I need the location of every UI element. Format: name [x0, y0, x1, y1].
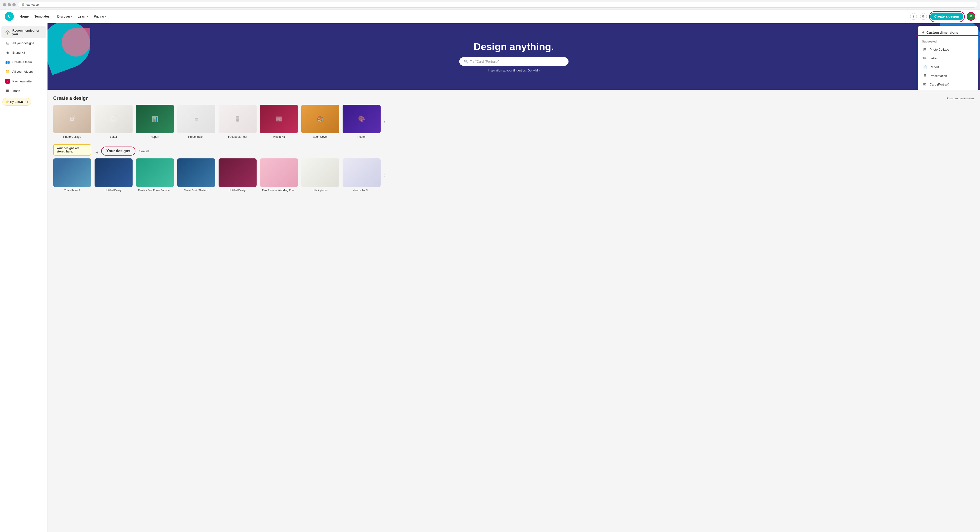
hero-subtitle: Inspiration at your fingertips. Go wild …: [459, 68, 568, 72]
try-canva-pro-button[interactable]: ⭐ Try Canva Pro: [2, 98, 31, 106]
nav-home[interactable]: Home: [19, 14, 29, 18]
card-letter[interactable]: 📄 Letter: [95, 105, 132, 138]
yd-card-bits-label: bits + pieces: [301, 189, 339, 192]
card-poster-image: 🎨: [343, 105, 380, 133]
sidebar-item-all-folders[interactable]: 📁 All your folders: [2, 67, 46, 76]
card-photo-collage-image: 🖼: [53, 105, 91, 133]
card-presentation-image: 🖥: [177, 105, 215, 133]
card-facebook-image: 📱: [219, 105, 256, 133]
yd-card-bits[interactable]: bits + pieces: [301, 159, 339, 192]
yd-card-pink-peonies[interactable]: Pink Peonies Wedding Pho...: [260, 159, 298, 192]
nav-pricing[interactable]: Pricing ▾: [94, 14, 106, 18]
sidebar-item-create-team-label: Create a team: [12, 60, 32, 64]
sidebar-item-create-team[interactable]: 👥 Create a team: [2, 57, 46, 67]
yd-card-untitled-2[interactable]: Untitled Design: [219, 159, 256, 192]
letter-icon: ✉: [922, 56, 927, 60]
hero-search-bar[interactable]: 🔍 Try "Card (Portrait)": [459, 57, 568, 66]
dropdown-item-presentation[interactable]: 🖥 Presentation: [918, 71, 978, 80]
hero-content: Design anything. 🔍 Try "Card (Portrait)"…: [459, 41, 568, 72]
hero-title: Design anything.: [459, 41, 568, 52]
dropdown-menu: + Custom dimensions Suggested ⊞ Photo Co…: [918, 25, 978, 90]
yd-card-untitled-2-img: [219, 159, 256, 187]
yd-card-bits-img: [301, 159, 339, 187]
yd-card-untitled-2-label: Untitled Design: [219, 189, 256, 192]
yd-card-travel-book-label: Travel book 2: [53, 189, 91, 192]
card-poster[interactable]: 🎨 Poster: [343, 105, 380, 138]
discover-chevron: ▾: [71, 15, 72, 17]
nav-discover[interactable]: Discover ▾: [57, 14, 72, 18]
letter-preview: 📄: [110, 116, 117, 122]
grid-icon: ⊞: [5, 41, 10, 45]
sidebar-item-brand-kit-label: Brand Kit: [12, 51, 25, 54]
sidebar-item-recommended[interactable]: 🏠 Recommended for you: [2, 26, 46, 38]
dropdown-item-letter[interactable]: ✉ Letter: [918, 54, 978, 63]
presentation-preview: 🖥: [193, 116, 199, 122]
templates-chevron: ▾: [50, 15, 52, 17]
yd-card-untitled-1[interactable]: Untitled Design: [95, 159, 132, 192]
dropdown-item-photo-collage[interactable]: ⊞ Photo Collage: [918, 45, 978, 54]
card-presentation[interactable]: 🖥 Presentation: [177, 105, 215, 138]
forward-button[interactable]: [8, 3, 11, 6]
yd-card-kay[interactable]: abacus by Si...: [343, 159, 380, 192]
nav-templates[interactable]: Templates ▾: [35, 14, 52, 18]
sidebar-item-kay-newsletter[interactable]: K Kay newsletter: [2, 76, 46, 86]
settings-button[interactable]: ⚙: [920, 13, 927, 20]
user-avatar[interactable]: M: [967, 12, 975, 21]
sidebar-item-all-designs-label: All your designs: [12, 41, 34, 45]
card-photo-collage[interactable]: 🖼 Photo Collage: [53, 105, 91, 138]
leaf-decoration-2: [62, 28, 90, 57]
canva-logo[interactable]: C: [5, 12, 14, 21]
hero-banner: Design anything. 🔍 Try "Card (Portrait)"…: [48, 23, 980, 90]
poster-preview: 🎨: [358, 116, 365, 122]
sidebar-item-trash[interactable]: 🗑 Trash: [2, 86, 46, 95]
create-design-section: Create a design Custom dimensions 🖼 Phot…: [48, 90, 980, 144]
presentation-icon: 🖥: [922, 74, 927, 78]
card-letter-image: 📄: [95, 105, 132, 133]
dropdown-item-card-portrait[interactable]: ✉ Card (Portrait): [918, 80, 978, 89]
yd-cards-scroll-right[interactable]: ›: [384, 159, 386, 192]
plus-icon: +: [922, 30, 924, 35]
card-media-kit[interactable]: 📰 Media Kit: [260, 105, 298, 138]
facebook-preview: 📱: [234, 116, 241, 122]
lock-icon: 🔒: [21, 3, 25, 6]
nav-right-section: ? ⚙ Create a design M: [910, 12, 975, 21]
yd-card-travel-thailand[interactable]: Travel Book Thailand: [177, 159, 215, 192]
create-design-cards: 🖼 Photo Collage 📄 Letter 📊 Report: [53, 105, 974, 138]
create-section-header: Create a design Custom dimensions: [53, 95, 974, 101]
card-book-cover[interactable]: 📚 Book Cover: [301, 105, 339, 138]
yd-card-kay-img: [343, 159, 380, 187]
custom-dimensions-option[interactable]: + Custom dimensions: [918, 27, 978, 38]
yd-card-remix[interactable]: Remix - Sea Photo Summe...: [136, 159, 174, 192]
create-design-dropdown: Choose custom dimensions as required Sta…: [918, 25, 978, 90]
create-btn-wrapper: Create a design: [930, 13, 963, 20]
back-button[interactable]: [3, 3, 6, 6]
kay-icon: K: [5, 79, 10, 84]
annotation-arrow: ↗: [93, 149, 100, 156]
create-design-button[interactable]: Create a design: [930, 13, 963, 20]
card-poster-label: Poster: [343, 135, 380, 138]
nav-learn[interactable]: Learn ▾: [78, 14, 88, 18]
your-designs-header: Your designs See all: [101, 146, 149, 156]
address-bar[interactable]: 🔒 canva.com: [18, 2, 977, 8]
card-report[interactable]: 📊 Report: [136, 105, 174, 138]
suggested-label: Suggested: [918, 38, 978, 45]
help-button[interactable]: ?: [910, 13, 917, 20]
browser-controls: [3, 3, 16, 6]
card-book-cover-image: 📚: [301, 105, 339, 133]
custom-dimensions-link[interactable]: Custom dimensions: [947, 97, 974, 100]
sidebar-item-all-designs[interactable]: ⊞ All your designs: [2, 38, 46, 48]
search-placeholder: Try "Card (Portrait)": [470, 60, 499, 64]
sidebar-item-brand-kit[interactable]: ◈ Brand Kit: [2, 48, 46, 57]
content-area: Design anything. 🔍 Try "Card (Portrait)"…: [48, 23, 980, 532]
dropdown-item-report[interactable]: 📄 Report: [918, 63, 978, 71]
cards-scroll-right[interactable]: ›: [384, 105, 386, 138]
card-facebook-post[interactable]: 📱 Facebook Post: [219, 105, 256, 138]
card-media-kit-label: Media Kit: [260, 135, 298, 138]
reload-button[interactable]: [12, 3, 16, 6]
see-all-link[interactable]: See all: [139, 149, 149, 153]
your-designs-section: Your designs are stored here: ↗ Your des…: [48, 144, 980, 197]
yd-card-pink-peonies-img: [260, 159, 298, 187]
dropdown-item-facebook[interactable]: 📘 Facebook Post: [918, 89, 978, 90]
top-navigation: C Home Templates ▾ Discover ▾ Learn ▾ Pr…: [0, 10, 980, 23]
yd-card-travel-book[interactable]: Travel book 2: [53, 159, 91, 192]
